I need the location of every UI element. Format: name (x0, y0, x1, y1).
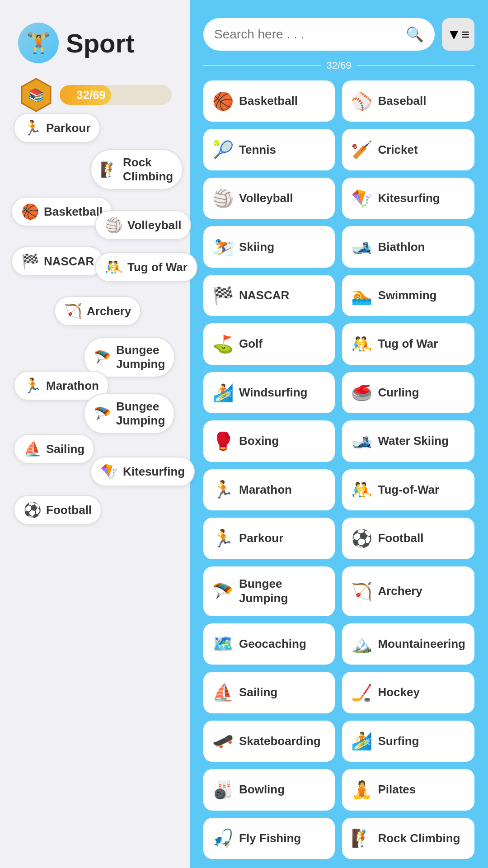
grid-sport-item[interactable]: 🗺️Geocaching (203, 623, 335, 665)
progress-bar-fill: 32/69 (60, 85, 111, 105)
grid-sport-emoji: 🏒 (351, 683, 372, 703)
left-sport-item[interactable]: 🧗RockClimbing (90, 149, 183, 190)
grid-sport-item[interactable]: 🏀Basketball (203, 80, 335, 122)
sport-label: Kitesurfing (123, 465, 185, 479)
grid-sport-label: Biathlon (378, 240, 425, 254)
grid-sport-item[interactable]: 🏹Archery (342, 566, 474, 616)
grid-sport-item[interactable]: 🏄Surfing (342, 721, 474, 762)
grid-sport-item[interactable]: 🏒Hockey (342, 672, 474, 713)
filter-icon: ▼≡ (447, 26, 469, 43)
grid-sport-item[interactable]: 🏁NASCAR (203, 275, 335, 316)
grid-sport-item[interactable]: 🏔️Mountaineering (342, 623, 474, 665)
grid-sport-emoji: 🏄 (212, 383, 234, 403)
grid-sport-label: Archery (378, 584, 422, 598)
grid-sport-item[interactable]: ⚽Football (342, 518, 474, 559)
hex-badge-icon: 📚 (28, 88, 44, 103)
grid-sport-emoji: 🏹 (351, 581, 372, 601)
grid-sport-item[interactable]: 🎿Water Skiing (342, 420, 474, 462)
grid-sport-label: Curling (378, 386, 419, 400)
grid-sport-item[interactable]: 🏊Swimming (342, 275, 474, 316)
grid-sport-item[interactable]: 🤼Tug-of-War (342, 469, 474, 510)
grid-sport-item[interactable]: 🎾Tennis (203, 129, 335, 170)
grid-sport-label: Mountaineering (378, 637, 465, 651)
grid-sport-item[interactable]: 🧗Rock Climbing (342, 818, 474, 859)
grid-sport-emoji: 🪂 (212, 581, 234, 601)
left-sport-item[interactable]: 🪂BungeeJumping (84, 393, 175, 434)
filter-button[interactable]: ▼≡ (442, 18, 474, 51)
sport-emoji: 🧗 (100, 161, 118, 178)
sport-emoji: 🏁 (21, 253, 39, 270)
grid-sport-item[interactable]: ⚾Baseball (342, 80, 474, 122)
grid-sport-item[interactable]: ⛵Sailing (203, 672, 335, 713)
grid-sport-emoji: 🥌 (351, 383, 372, 403)
sport-emoji: 🏃 (23, 119, 42, 137)
grid-sport-item[interactable]: 🎳Bowling (203, 769, 335, 810)
grid-sport-label: Baseball (378, 94, 426, 108)
left-sport-item[interactable]: 🏁NASCAR (11, 246, 104, 276)
page-title: Sport (66, 28, 134, 58)
sport-label: Parkour (46, 121, 90, 135)
sport-emoji: ⛵ (23, 440, 42, 458)
left-sport-item[interactable]: 🤼Tug of War (95, 252, 197, 282)
sport-emoji: 🏹 (64, 302, 82, 320)
left-sport-item[interactable]: 🪁Kitesurfing (90, 457, 195, 486)
search-input[interactable] (214, 27, 406, 42)
sport-label: Volleyball (127, 218, 181, 232)
grid-sport-item[interactable]: 🪂Bungee Jumping (203, 566, 335, 616)
sport-icon: 🏋️ (18, 23, 59, 63)
sport-emoji: 🏃 (23, 377, 42, 394)
sport-label: NASCAR (44, 255, 94, 269)
grid-sport-emoji: 🤼 (351, 334, 372, 354)
search-wrapper: 🔍 (203, 18, 435, 51)
grid-sport-emoji: 🎳 (212, 780, 234, 800)
grid-sport-label: Tug of War (378, 337, 438, 351)
grid-sport-label: Skiing (239, 240, 274, 254)
left-sport-item[interactable]: ⚽Football (14, 495, 102, 525)
grid-sport-label: Windsurfing (239, 386, 307, 400)
grid-sport-item[interactable]: 🏃Parkour (203, 518, 335, 559)
grid-sport-label: Skateboarding (239, 734, 321, 748)
grid-sport-item[interactable]: 🧘Pilates (342, 769, 474, 810)
sport-grid: 🏀Basketball⚾Baseball🎾Tennis🏏Cricket🏐Voll… (203, 80, 474, 859)
header: 🏋️ Sport (0, 0, 190, 72)
sport-label: Archery (87, 304, 131, 318)
grid-sport-label: Marathon (239, 483, 292, 497)
grid-sport-emoji: 🏐 (212, 189, 234, 208)
grid-sport-item[interactable]: ⛳Golf (203, 323, 335, 364)
sport-label: BungeeJumping (116, 400, 165, 428)
grid-sport-label: Water Skiing (378, 434, 449, 448)
left-sport-item[interactable]: 🏃Parkour (14, 113, 100, 143)
left-sport-item[interactable]: ⛵Sailing (14, 434, 94, 464)
grid-sport-item[interactable]: 🏄Windsurfing (203, 372, 335, 413)
grid-sport-emoji: 🏏 (351, 140, 372, 160)
grid-sport-item[interactable]: 🥊Boxing (203, 420, 335, 462)
grid-sport-emoji: 🏀 (212, 91, 234, 111)
grid-sport-emoji: 🎣 (212, 828, 234, 848)
grid-sport-emoji: 🏁 (212, 286, 234, 306)
search-icon: 🔍 (406, 26, 424, 43)
grid-sport-emoji: ⛵ (212, 683, 234, 703)
left-sport-item[interactable]: 🏹Archery (54, 296, 141, 326)
grid-sport-item[interactable]: 🛹Skateboarding (203, 721, 335, 762)
sport-label: Tug of War (127, 260, 188, 274)
grid-sport-label: Sailing (239, 685, 277, 699)
grid-sport-item[interactable]: 🎿Biathlon (342, 226, 474, 267)
grid-sport-item[interactable]: 🪁Kitesurfing (342, 178, 474, 219)
grid-sport-item[interactable]: 🥌Curling (342, 372, 474, 413)
grid-sport-emoji: 🏃 (212, 528, 234, 548)
grid-sport-label: Fly Fishing (239, 831, 301, 845)
sport-emoji: 🏐 (105, 217, 123, 234)
grid-sport-item[interactable]: ⛷️Skiing (203, 226, 335, 267)
grid-sport-item[interactable]: 🏐Volleyball (203, 178, 335, 219)
grid-sport-item[interactable]: 🏃Marathon (203, 469, 335, 510)
grid-sport-item[interactable]: 🤼Tug of War (342, 323, 474, 364)
grid-progress-text: 32/69 (326, 60, 351, 71)
sport-emoji: 🪂 (94, 349, 112, 366)
grid-sport-emoji: 🧘 (351, 780, 372, 800)
grid-sport-item[interactable]: 🏏Cricket (342, 129, 474, 170)
left-sport-item[interactable]: 🏐Volleyball (95, 210, 191, 240)
grid-sport-item[interactable]: 🎣Fly Fishing (203, 818, 335, 859)
grid-sport-label: Boxing (239, 434, 279, 448)
progress-text: 32/69 (76, 88, 106, 102)
grid-sport-label: NASCAR (239, 288, 289, 302)
